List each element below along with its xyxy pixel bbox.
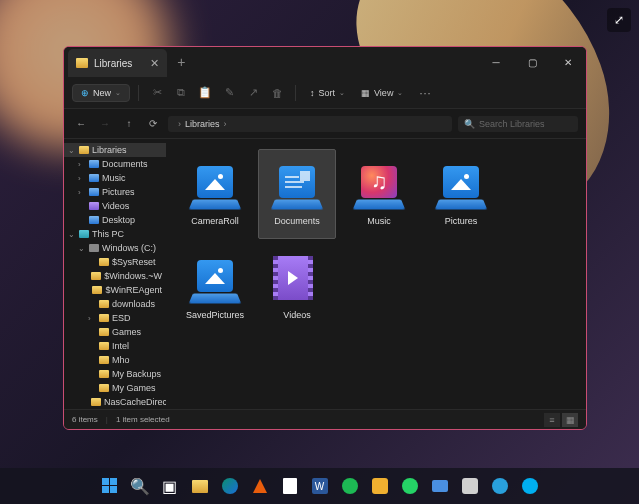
sidebar-item-my-backups[interactable]: My Backups (64, 367, 166, 381)
folder-icon (76, 58, 88, 68)
content-grid[interactable]: CameraRoll Documents ♫ Music Pictures Sa… (166, 139, 586, 409)
library-item-music[interactable]: ♫ Music (340, 149, 418, 239)
search-icon: 🔍 (464, 119, 475, 129)
sidebar-item-my-games[interactable]: My Games (64, 381, 166, 395)
tool-button[interactable] (457, 473, 483, 499)
video-library-icon (273, 256, 321, 304)
explorer-window: Libraries ✕ + ─ ▢ ✕ ⊕ New ⌄ ✂ ⧉ 📋 ✎ ↗ 🗑 … (63, 46, 587, 430)
skype-button[interactable] (517, 473, 543, 499)
copy-icon[interactable]: ⧉ (171, 83, 191, 103)
sidebar-item-downloads[interactable]: downloads (64, 297, 166, 311)
sidebar-item-documents[interactable]: ›Documents (64, 157, 166, 171)
svg-rect-1 (110, 478, 117, 485)
view-icon: ▦ (361, 88, 370, 98)
sidebar-item-windows-ws[interactable]: $Windows.~W (64, 269, 166, 283)
sidebar-item-nascache[interactable]: NasCacheDirec (64, 395, 166, 409)
refresh-button[interactable]: ⟳ (144, 115, 162, 133)
taskview-button[interactable]: ▣ (157, 473, 183, 499)
sidebar-item-winreagent[interactable]: $WinREAgent (64, 283, 166, 297)
maximize-button[interactable]: ▢ (514, 47, 550, 77)
search-button[interactable]: 🔍 (127, 473, 153, 499)
picture-library-icon (191, 256, 239, 304)
svg-rect-0 (102, 478, 109, 485)
sidebar-item-intel[interactable]: Intel (64, 339, 166, 353)
delete-icon[interactable]: 🗑 (267, 83, 287, 103)
address-bar[interactable]: › Libraries › (168, 116, 452, 132)
taskbar[interactable]: 🔍 ▣ W (0, 468, 639, 504)
music-library-icon: ♫ (355, 162, 403, 210)
sidebar-item-this-pc[interactable]: ⌄This PC (64, 227, 166, 241)
sidebar-item-mho[interactable]: Mho (64, 353, 166, 367)
svg-rect-2 (102, 486, 109, 493)
cut-icon[interactable]: ✂ (147, 83, 167, 103)
details-view-button[interactable]: ≡ (544, 413, 560, 427)
sidebar-item-esd[interactable]: ›ESD (64, 311, 166, 325)
breadcrumb[interactable]: Libraries (185, 119, 220, 129)
picture-library-icon (437, 162, 485, 210)
library-item-savedpictures[interactable]: SavedPictures (176, 243, 254, 333)
sidebar-item-videos[interactable]: Videos (64, 199, 166, 213)
minimize-button[interactable]: ─ (478, 47, 514, 77)
sidebar-item-pictures[interactable]: ›Pictures (64, 185, 166, 199)
mail-button[interactable] (427, 473, 453, 499)
paste-icon[interactable]: 📋 (195, 83, 215, 103)
new-tab-button[interactable]: + (167, 54, 195, 70)
vlc-button[interactable] (247, 473, 273, 499)
close-tab-icon[interactable]: ✕ (150, 57, 159, 70)
status-bar: 6 items | 1 item selected ≡ ▦ (64, 409, 586, 429)
sidebar-item-music[interactable]: ›Music (64, 171, 166, 185)
back-button[interactable]: ← (72, 115, 90, 133)
expand-overlay-button[interactable]: ⤢ (607, 8, 631, 32)
sidebar-item-games[interactable]: Games (64, 325, 166, 339)
start-button[interactable] (97, 473, 123, 499)
whatsapp-button[interactable] (397, 473, 423, 499)
grid-view-button[interactable]: ▦ (562, 413, 578, 427)
document-library-icon (273, 162, 321, 210)
library-item-videos[interactable]: Videos (258, 243, 336, 333)
sidebar-tree[interactable]: ⌄Libraries ›Documents ›Music ›Pictures V… (64, 139, 166, 409)
edge-button[interactable] (217, 473, 243, 499)
sort-button[interactable]: ↕ Sort ⌄ (304, 88, 351, 98)
library-item-documents[interactable]: Documents (258, 149, 336, 239)
sidebar-item-desktop[interactable]: Desktop (64, 213, 166, 227)
share-icon[interactable]: ↗ (243, 83, 263, 103)
sidebar-item-libraries[interactable]: ⌄Libraries (64, 143, 166, 157)
tab-libraries[interactable]: Libraries ✕ (68, 49, 167, 77)
close-button[interactable]: ✕ (550, 47, 586, 77)
libreoffice-button[interactable] (277, 473, 303, 499)
svg-rect-3 (110, 486, 117, 493)
tab-title: Libraries (94, 58, 132, 69)
up-button[interactable]: ↑ (120, 115, 138, 133)
toolbar: ⊕ New ⌄ ✂ ⧉ 📋 ✎ ↗ 🗑 ↕ Sort ⌄ ▦ View ⌄ ··… (64, 77, 586, 109)
picture-library-icon (191, 162, 239, 210)
chevron-down-icon: ⌄ (115, 89, 121, 97)
app-button[interactable] (367, 473, 393, 499)
address-bar-row: ← → ↑ ⟳ › Libraries › 🔍 Search Libraries (64, 109, 586, 139)
more-button[interactable]: ··· (413, 87, 437, 99)
view-button[interactable]: ▦ View ⌄ (355, 88, 409, 98)
sort-icon: ↕ (310, 88, 315, 98)
word-button[interactable]: W (307, 473, 333, 499)
rename-icon[interactable]: ✎ (219, 83, 239, 103)
telegram-button[interactable] (487, 473, 513, 499)
library-item-cameraroll[interactable]: CameraRoll (176, 149, 254, 239)
status-item-count: 6 items (72, 415, 98, 424)
sidebar-item-sysreset[interactable]: $SysReset (64, 255, 166, 269)
sidebar-item-windows-c[interactable]: ⌄Windows (C:) (64, 241, 166, 255)
status-selected: 1 item selected (116, 415, 170, 424)
forward-button[interactable]: → (96, 115, 114, 133)
explorer-button[interactable] (187, 473, 213, 499)
library-item-pictures[interactable]: Pictures (422, 149, 500, 239)
spotify-button[interactable] (337, 473, 363, 499)
plus-icon: ⊕ (81, 88, 89, 98)
titlebar: Libraries ✕ + ─ ▢ ✕ (64, 47, 586, 77)
search-input[interactable]: 🔍 Search Libraries (458, 116, 578, 132)
new-label: New (93, 88, 111, 98)
new-button[interactable]: ⊕ New ⌄ (72, 84, 130, 102)
